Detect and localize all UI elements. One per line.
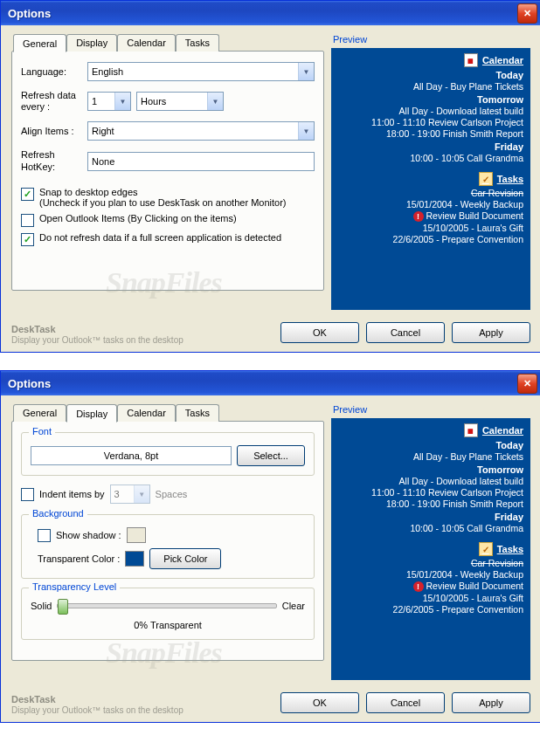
transparency-group-title: Transparency Level xyxy=(29,581,120,592)
indent-unit: Spaces xyxy=(156,489,188,499)
alert-icon: ! xyxy=(413,211,424,222)
transparent-label: Transparent Color : xyxy=(38,553,120,564)
solid-label: Solid xyxy=(31,601,52,611)
chevron-down-icon: ▼ xyxy=(298,122,314,140)
brand: DeskTaskDisplay your Outlook™ tasks on t… xyxy=(11,694,183,715)
calendar-icon: ▦ xyxy=(464,53,478,67)
preview-label: Preview xyxy=(331,404,530,415)
font-display: Verdana, 8pt xyxy=(31,446,232,465)
chevron-down-icon: ▼ xyxy=(114,93,130,110)
refresh-label: Refresh data every : xyxy=(21,90,82,113)
tasks-icon: ✓ xyxy=(479,172,493,186)
background-group-title: Background xyxy=(29,508,87,519)
preview-panel: ▦Calendar Today All Day - Buy Plane Tick… xyxy=(331,418,530,680)
close-button[interactable]: ✕ xyxy=(517,374,537,394)
align-select[interactable]: Right ▼ xyxy=(87,121,315,141)
chevron-down-icon: ▼ xyxy=(207,93,223,110)
refresh-number[interactable]: 1 ▼ xyxy=(87,92,131,111)
open-outlook-label: Open Outlook Items (By Clicking on the i… xyxy=(39,213,237,223)
close-button[interactable]: ✕ xyxy=(517,3,537,24)
chevron-down-icon: ▼ xyxy=(134,485,149,503)
window-title: Options xyxy=(8,7,517,20)
shadow-label: Show shadow : xyxy=(56,530,121,540)
open-outlook-checkbox[interactable] xyxy=(21,214,34,227)
hotkey-input[interactable]: None xyxy=(87,152,315,171)
shadow-swatch[interactable] xyxy=(127,527,146,543)
tab-tasks[interactable]: Tasks xyxy=(176,404,219,422)
tab-general[interactable]: General xyxy=(13,404,66,422)
snap-label: Snap to desktop edges (Uncheck if you pl… xyxy=(39,187,286,208)
indent-number[interactable]: 3▼ xyxy=(110,485,150,504)
no-refresh-checkbox[interactable] xyxy=(21,233,34,246)
pick-color-button[interactable]: Pick Color xyxy=(149,548,221,569)
align-label: Align Items : xyxy=(21,126,82,136)
brand: DeskTaskDisplay your Outlook™ tasks on t… xyxy=(11,324,183,345)
calendar-icon: ▦ xyxy=(464,423,478,437)
slider-thumb[interactable] xyxy=(58,599,68,615)
refresh-unit-value: Hours xyxy=(141,96,166,107)
align-value: Right xyxy=(92,126,114,136)
font-select-button[interactable]: Select... xyxy=(237,445,305,466)
apply-button[interactable]: Apply xyxy=(452,692,530,713)
apply-button[interactable]: Apply xyxy=(452,322,530,343)
tab-general[interactable]: General xyxy=(13,34,66,52)
clear-label: Clear xyxy=(282,601,305,611)
window-title: Options xyxy=(8,377,517,390)
transparent-swatch[interactable] xyxy=(125,551,144,567)
tab-display[interactable]: Display xyxy=(66,404,117,423)
language-value: English xyxy=(92,66,123,77)
tab-tasks[interactable]: Tasks xyxy=(176,34,219,52)
indent-label: Indent items by xyxy=(39,489,105,499)
language-label: Language: xyxy=(21,66,82,77)
preview-panel: ▦Calendar Today All Day - Buy Plane Tick… xyxy=(331,48,530,310)
alert-icon: ! xyxy=(413,581,424,592)
cancel-button[interactable]: Cancel xyxy=(366,692,445,713)
refresh-num-value: 1 xyxy=(92,96,97,107)
chevron-down-icon: ▼ xyxy=(298,63,314,80)
hotkey-label: Refresh HotKey: xyxy=(21,149,82,172)
shadow-checkbox[interactable] xyxy=(38,529,51,542)
tasks-icon: ✓ xyxy=(479,542,493,556)
no-refresh-label: Do not refresh data if a full screen app… xyxy=(39,232,281,243)
font-group-title: Font xyxy=(29,426,55,436)
transparency-value: 0% Transparent xyxy=(31,620,305,630)
refresh-unit[interactable]: Hours ▼ xyxy=(136,92,224,111)
tab-calendar[interactable]: Calendar xyxy=(117,34,176,52)
indent-checkbox[interactable] xyxy=(21,488,34,501)
tab-calendar[interactable]: Calendar xyxy=(117,404,176,422)
snap-checkbox[interactable] xyxy=(21,188,34,201)
hotkey-value: None xyxy=(92,156,114,167)
transparency-slider[interactable] xyxy=(57,603,276,608)
language-select[interactable]: English ▼ xyxy=(87,62,315,81)
tab-display[interactable]: Display xyxy=(66,34,117,52)
cancel-button[interactable]: Cancel xyxy=(366,322,445,343)
preview-label: Preview xyxy=(331,34,530,45)
ok-button[interactable]: OK xyxy=(280,692,359,713)
close-icon: ✕ xyxy=(523,378,531,389)
ok-button[interactable]: OK xyxy=(280,322,359,343)
close-icon: ✕ xyxy=(523,8,531,19)
